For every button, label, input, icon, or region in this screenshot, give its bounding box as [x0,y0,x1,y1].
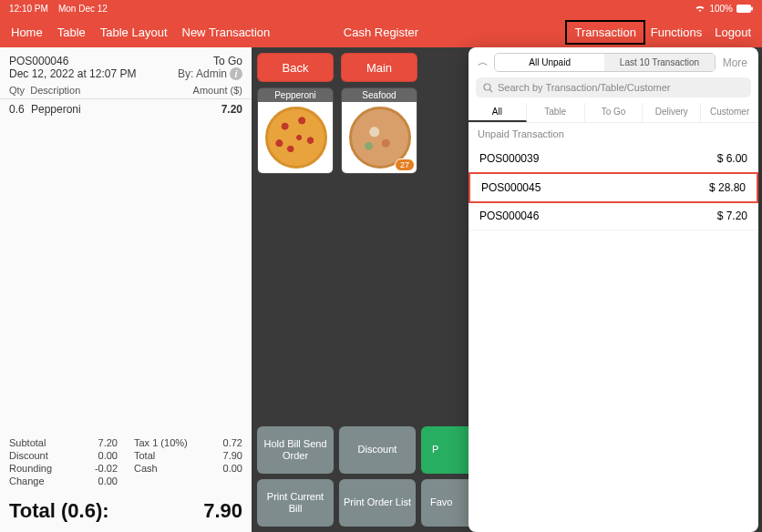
tax-val: 0.72 [201,437,242,448]
discount-label: Discount [9,450,76,461]
nav-new-transaction[interactable]: New Transaction [182,26,271,39]
search-icon [483,83,493,93]
grand-total-label: Total (0.6): [9,499,109,523]
nav-table-layout[interactable]: Table Layout [100,26,168,39]
product-tile-seafood[interactable]: Seafood 27 [341,87,417,174]
txn-amount: $ 6.00 [717,152,747,165]
svg-rect-1 [751,6,753,10]
back-button[interactable]: Back [257,53,334,82]
nav-logout[interactable]: Logout [715,26,751,39]
tax-label: Tax 1 (10%) [118,437,201,448]
change-label: Change [9,476,76,486]
tab-all[interactable]: All [469,103,527,122]
transaction-row[interactable]: POS000039$ 6.00 [469,145,758,173]
change-val: 0.00 [76,476,118,486]
total2-val: 7.90 [201,450,242,461]
item-desc: Pepperoni [31,103,221,116]
nav-transaction[interactable]: Transaction [565,20,644,45]
grand-total-val: 7.90 [203,499,242,523]
status-date: Mon Dec 12 [58,4,108,14]
cash-label: Cash [118,463,201,474]
item-qty: 0.6 [9,103,31,116]
battery-text: 100% [709,4,733,14]
tab-delivery[interactable]: Delivery [643,103,701,122]
status-bar: 12:10 PM Mon Dec 12 100% [0,0,762,16]
txn-id: POS000046 [479,210,539,222]
filter-tabs: All Table To Go Delivery Customer [469,103,758,123]
svg-point-2 [484,84,490,90]
col-amount: Amount ($) [193,85,242,96]
receipt-panel: POS000046 To Go Dec 12, 2022 at 12:07 PM… [0,47,252,532]
tab-table[interactable]: Table [527,103,585,122]
txn-id: POS000045 [481,181,541,194]
status-time: 12:10 PM [9,4,48,14]
subtotal-val: 7.20 [76,437,118,448]
receipt-order-id: POS000046 [9,55,68,67]
transaction-list: POS000039$ 6.00POS000045$ 28.80POS000046… [469,145,758,230]
product-label: Seafood [342,88,417,102]
page-title: Cash Register [344,26,418,39]
subtotal-label: Subtotal [9,437,76,448]
info-icon[interactable]: i [230,67,242,80]
nav-table[interactable]: Table [57,26,86,39]
receipt-timestamp: Dec 12, 2022 at 12:07 PM [9,67,136,80]
col-desc: Description [30,85,80,96]
receipt-mode: To Go [213,55,242,67]
segment-all-unpaid[interactable]: All Unpaid [495,54,604,71]
cash-val: 0.00 [201,463,242,474]
nav-functions[interactable]: Functions [651,26,702,39]
section-header: Unpaid Transaction [469,123,758,145]
chevron-up-icon[interactable]: ︿ [476,55,490,70]
transaction-row[interactable]: POS000045$ 28.80 [469,172,758,203]
discount-button[interactable]: Discount [339,426,416,474]
receipt-item[interactable]: 0.6 Pepperoni 7.20 [9,103,242,116]
hold-bill-button[interactable]: Hold Bill Send Order [257,426,334,474]
total2-label: Total [118,450,201,461]
search-input[interactable]: Search by Transaction/Table/Customer [476,77,751,97]
receipt-by: By: Admin [178,67,227,80]
tab-togo[interactable]: To Go [585,103,644,122]
print-current-bill-button[interactable]: Print Current Bill [257,479,334,527]
rounding-label: Rounding [9,463,76,474]
txn-amount: $ 28.80 [709,181,746,194]
product-label: Pepperoni [258,88,333,102]
txn-amount: $ 7.20 [717,210,747,222]
nav-home[interactable]: Home [11,26,43,39]
battery-icon [736,5,753,13]
segment-control: All Unpaid Last 10 Transaction [494,53,716,72]
stock-badge: 27 [395,159,415,171]
search-placeholder: Search by Transaction/Table/Customer [498,82,671,93]
segment-last-10[interactable]: Last 10 Transaction [604,54,714,71]
discount-val: 0.00 [76,450,118,461]
pepperoni-image [265,107,327,169]
tab-customer[interactable]: Customer [701,103,758,122]
product-tile-pepperoni[interactable]: Pepperoni [257,87,334,174]
svg-rect-0 [736,5,751,13]
rounding-val: -0.02 [76,463,118,474]
col-qty: Qty [9,85,25,96]
svg-line-3 [489,89,492,92]
print-order-list-button[interactable]: Print Order List [339,479,416,527]
item-amount: 7.20 [221,103,242,116]
more-button[interactable]: More [719,56,751,69]
transaction-row[interactable]: POS000046$ 7.20 [469,202,758,230]
main-button[interactable]: Main [341,53,417,82]
txn-id: POS000039 [479,152,539,165]
wifi-icon [695,4,705,13]
nav-bar: Home Table Table Layout New Transaction … [0,16,762,47]
transaction-popover: ︿ All Unpaid Last 10 Transaction More Se… [469,47,758,532]
